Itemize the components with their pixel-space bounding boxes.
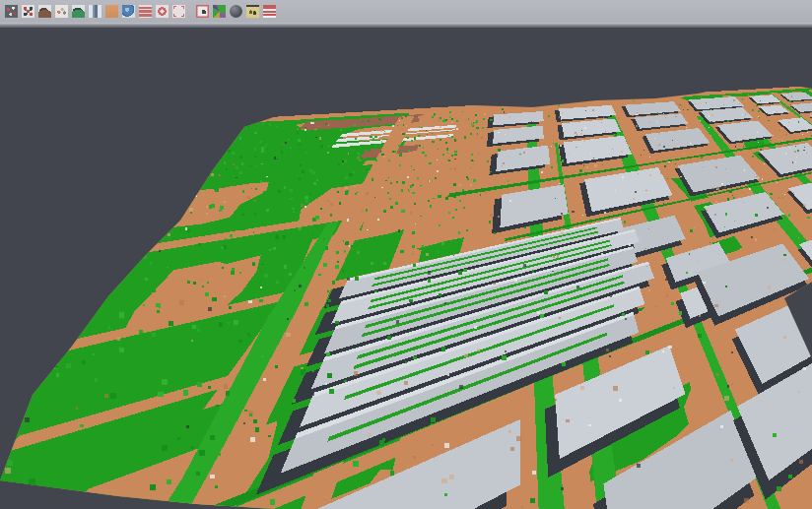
- point-pick-icon[interactable]: [196, 5, 209, 18]
- globe-icon[interactable]: [122, 5, 135, 18]
- sparse-points-icon[interactable]: [55, 5, 68, 18]
- 3d-viewport[interactable]: [0, 28, 812, 509]
- main-toolbar: [0, 0, 812, 23]
- registration-points-icon[interactable]: [22, 5, 34, 18]
- dem-brown-icon[interactable]: [38, 5, 51, 18]
- classification-map-icon[interactable]: [213, 5, 226, 18]
- label-tag-icon[interactable]: [246, 5, 259, 18]
- point-cloud-icon[interactable]: [5, 5, 18, 18]
- ground-patch-icon[interactable]: [105, 5, 118, 18]
- dem-green-icon[interactable]: [72, 5, 85, 18]
- profile-section-icon[interactable]: [89, 5, 102, 18]
- striped-flag-icon[interactable]: [263, 5, 276, 18]
- dark-sphere-icon[interactable]: [230, 5, 242, 18]
- crop-box-icon[interactable]: [172, 5, 185, 18]
- red-ring-icon[interactable]: [156, 5, 169, 18]
- point-cloud-render[interactable]: [0, 28, 812, 509]
- red-layers-icon[interactable]: [139, 5, 152, 18]
